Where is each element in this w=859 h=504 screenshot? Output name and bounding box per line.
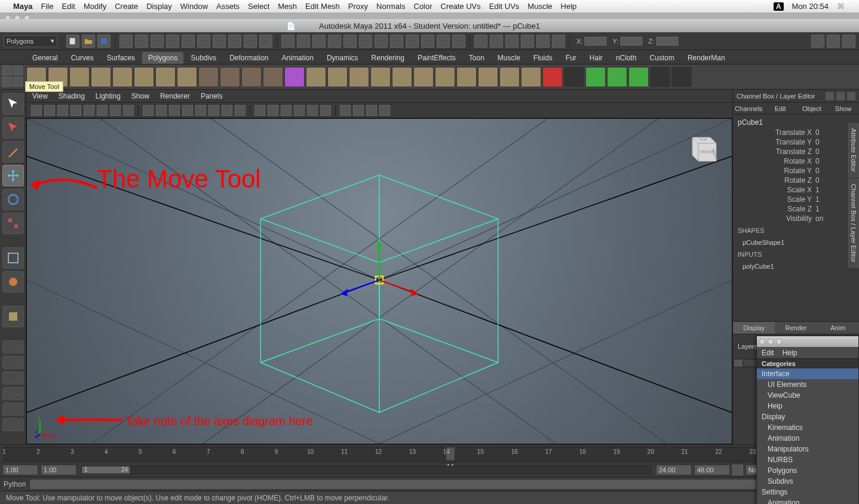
new-scene-icon[interactable] bbox=[66, 35, 79, 48]
toolbar-icon[interactable] bbox=[312, 35, 326, 48]
shelf-button[interactable] bbox=[585, 67, 606, 87]
time-slider[interactable]: 14 1234567891011121314151617181920212223… bbox=[0, 444, 859, 462]
toolbar-icon[interactable] bbox=[166, 35, 179, 48]
shelf-button[interactable] bbox=[564, 67, 584, 87]
module-selector[interactable]: Polygons▾ bbox=[4, 35, 57, 47]
single-pane-layout[interactable] bbox=[2, 340, 24, 354]
toolbar-icon[interactable] bbox=[151, 35, 164, 48]
attr-value[interactable]: 0 bbox=[815, 167, 827, 175]
shelf-button[interactable] bbox=[521, 67, 541, 87]
layer-tab-display[interactable]: Display bbox=[733, 322, 775, 334]
panel-icon[interactable] bbox=[235, 105, 246, 116]
prefs-item-help[interactable]: Help bbox=[757, 401, 858, 411]
toolbar-icon[interactable] bbox=[259, 35, 272, 48]
toolbar-icon[interactable] bbox=[521, 35, 534, 48]
panel-icon[interactable] bbox=[97, 105, 108, 116]
cbox-shade-icon[interactable] bbox=[836, 92, 845, 100]
toolbar-icon[interactable] bbox=[119, 35, 133, 48]
panel-icon[interactable] bbox=[320, 105, 331, 116]
mac-menu-file[interactable]: File bbox=[41, 2, 54, 11]
toolbar-icon[interactable] bbox=[811, 35, 824, 48]
panel-icon[interactable] bbox=[268, 105, 278, 116]
show-manip-tool[interactable] bbox=[2, 306, 24, 327]
prefs-close-button[interactable] bbox=[759, 339, 765, 345]
prefs-menu-edit[interactable]: Edit bbox=[762, 349, 774, 357]
mac-menu-select[interactable]: Select bbox=[248, 2, 269, 11]
attr-value[interactable]: 0 bbox=[815, 176, 827, 185]
mac-menu-mesh[interactable]: Mesh bbox=[278, 2, 297, 11]
soft-mod-tool[interactable] bbox=[2, 271, 24, 293]
layout-preset[interactable] bbox=[2, 418, 24, 431]
shelf-tab-animation[interactable]: Animation bbox=[276, 52, 320, 64]
rotate-tool[interactable] bbox=[2, 189, 24, 210]
side-tab-attribute-editor[interactable]: Attribute Editor bbox=[848, 123, 859, 177]
panel-menu-show[interactable]: Show bbox=[131, 92, 149, 100]
attr-row[interactable]: Visibilityon bbox=[733, 214, 859, 223]
toolbar-icon[interactable] bbox=[297, 35, 310, 48]
layout-preset[interactable] bbox=[2, 387, 24, 400]
panel-icon[interactable] bbox=[281, 105, 292, 116]
shelf-button[interactable] bbox=[650, 67, 670, 87]
input-source-icon[interactable]: A bbox=[774, 2, 784, 11]
mac-menu-modify[interactable]: Modify bbox=[84, 2, 106, 11]
toolbar-icon[interactable] bbox=[228, 35, 241, 48]
toolbar-icon[interactable] bbox=[390, 35, 403, 48]
shelf-tab-painteffects[interactable]: PaintEffects bbox=[412, 52, 462, 64]
prefs-item-ui-elements[interactable]: UI Elements bbox=[757, 379, 858, 390]
preferences-window[interactable]: Edit Help Categories InterfaceUI Element… bbox=[756, 336, 859, 504]
shelf-button[interactable] bbox=[413, 67, 434, 87]
mac-menu-editmesh[interactable]: Edit Mesh bbox=[305, 2, 340, 11]
four-pane-layout[interactable] bbox=[2, 356, 24, 369]
layer-tab-render[interactable]: Render bbox=[775, 322, 817, 334]
prefs-item-polygons[interactable]: Polygons bbox=[757, 465, 858, 476]
panel-icon[interactable] bbox=[222, 105, 232, 116]
prefs-item-viewcube[interactable]: ViewCube bbox=[757, 390, 858, 401]
shelf-button[interactable] bbox=[478, 67, 498, 87]
shelf-button[interactable] bbox=[392, 67, 412, 87]
toolbar-icon[interactable] bbox=[375, 35, 388, 48]
attr-value[interactable]: 1 bbox=[815, 205, 827, 213]
mac-menu-color[interactable]: Color bbox=[414, 2, 432, 11]
mac-menu-edituvs[interactable]: Edit UVs bbox=[489, 2, 520, 11]
shelf-button[interactable] bbox=[435, 67, 455, 87]
shelf-button[interactable] bbox=[134, 67, 154, 87]
shelf-button[interactable] bbox=[349, 67, 369, 87]
panel-menu-panels[interactable]: Panels bbox=[201, 92, 223, 100]
toolbar-icon[interactable] bbox=[343, 35, 357, 48]
prefs-zoom-button[interactable] bbox=[776, 339, 782, 345]
mac-menu-muscle[interactable]: Muscle bbox=[527, 2, 552, 11]
lasso-tool[interactable] bbox=[2, 117, 24, 139]
prefs-item-manipulators[interactable]: Manipulators bbox=[757, 444, 858, 454]
shelf-button[interactable] bbox=[628, 67, 649, 87]
prefs-item-kinematics[interactable]: Kinematics bbox=[757, 422, 858, 433]
shelf-button[interactable] bbox=[370, 67, 391, 87]
cmd-language-label[interactable]: Python bbox=[4, 480, 26, 488]
shelf-button[interactable] bbox=[284, 67, 305, 87]
panel-icon[interactable] bbox=[57, 105, 68, 116]
two-pane-layout[interactable] bbox=[2, 371, 24, 385]
attr-row[interactable]: Translate Y0 bbox=[733, 137, 859, 147]
panel-icon[interactable] bbox=[123, 105, 134, 116]
attr-row[interactable]: Scale X1 bbox=[733, 185, 859, 195]
prefs-item-subdivs[interactable]: Subdivs bbox=[757, 476, 858, 487]
prefs-menu-help[interactable]: Help bbox=[783, 349, 797, 357]
coord-x-input[interactable] bbox=[584, 36, 608, 47]
toolbar-icon[interactable] bbox=[421, 35, 434, 48]
toolbar-icon[interactable] bbox=[281, 35, 294, 48]
mac-app-name[interactable]: Maya bbox=[13, 2, 33, 11]
perspective-viewport[interactable]: y x z FRONT RIGHT bbox=[26, 118, 732, 444]
panel-icon[interactable] bbox=[353, 105, 364, 116]
prefs-titlebar[interactable] bbox=[757, 336, 858, 347]
side-tab-channel-box[interactable]: Channel Box / Layer Editor bbox=[848, 179, 859, 268]
panel-icon[interactable] bbox=[156, 105, 167, 116]
prefs-item-display[interactable]: Display bbox=[757, 411, 858, 422]
shelf-button[interactable] bbox=[671, 67, 692, 87]
attr-row[interactable]: Translate X0 bbox=[733, 128, 859, 137]
range-start-field[interactable] bbox=[2, 465, 38, 475]
prefs-item-animation[interactable]: Animation bbox=[757, 433, 858, 444]
mac-menu-normals[interactable]: Normals bbox=[376, 2, 405, 11]
shelf-button[interactable] bbox=[220, 67, 240, 87]
panel-icon[interactable] bbox=[379, 105, 390, 116]
cbox-tab-object[interactable]: Object bbox=[796, 103, 828, 114]
prefs-item-nurbs[interactable]: NURBS bbox=[757, 454, 858, 465]
